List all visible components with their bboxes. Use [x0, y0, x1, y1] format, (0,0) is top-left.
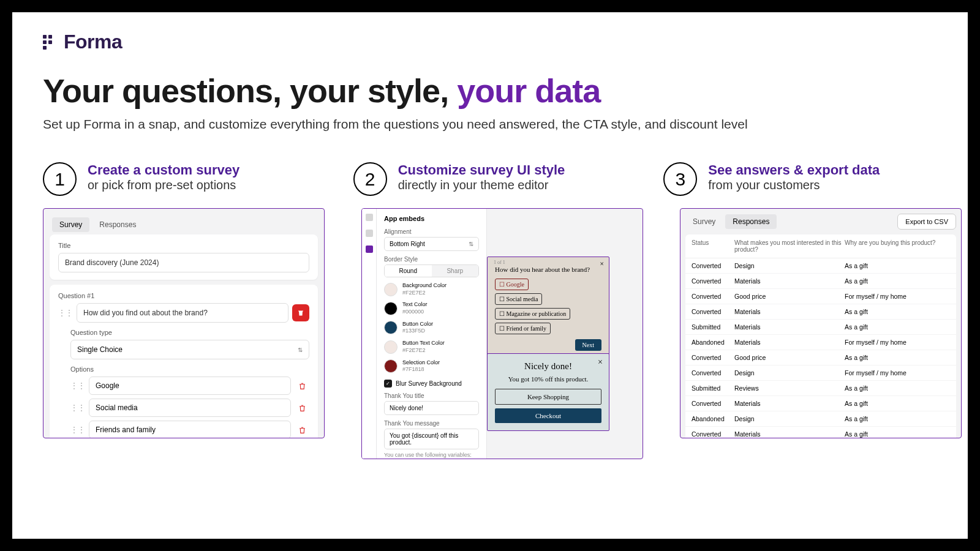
drag-handle-icon[interactable]: ⋮⋮ — [70, 425, 85, 434]
next-button[interactable]: Next — [575, 339, 601, 351]
close-icon[interactable]: × — [598, 358, 603, 367]
color-row[interactable]: Button Color#133F5D — [384, 321, 479, 335]
subheadline: Set up Forma in a snap, and customize ev… — [43, 117, 937, 132]
keep-shopping-button[interactable]: Keep Shopping — [495, 389, 601, 405]
cell-status: Converted — [692, 308, 734, 315]
color-swatch[interactable] — [384, 340, 398, 354]
alignment-select[interactable]: Bottom Right⇅ — [384, 237, 479, 251]
step-number: 2 — [353, 162, 387, 196]
border-sharp[interactable]: Sharp — [432, 265, 479, 277]
close-icon[interactable]: × — [600, 260, 604, 269]
headline: Your questions, your style, your data — [43, 72, 937, 110]
table-row: Converted Design For myself / my home — [685, 365, 956, 381]
embeds-heading: App embeds — [384, 215, 479, 222]
color-row[interactable]: Background Color#F2E7E2 — [384, 282, 479, 296]
drag-handle-icon[interactable]: ⋮⋮ — [70, 403, 85, 412]
responses-table: Status What makes you most interested in… — [685, 234, 956, 438]
delete-question-button[interactable] — [292, 304, 309, 321]
col-status: Status — [692, 239, 734, 253]
alignment-label: Alignment — [384, 228, 479, 235]
cell-answer1: Materials — [734, 323, 845, 331]
trash-icon — [298, 382, 306, 390]
table-row: Converted Materials As a gift — [685, 274, 956, 289]
delete-option-button[interactable] — [295, 422, 309, 437]
cell-answer1: Design — [734, 262, 845, 269]
tab-responses[interactable]: Responses — [725, 214, 777, 229]
color-name: Button Color — [402, 321, 433, 328]
color-row[interactable]: Selection Color#7F1818 — [384, 359, 479, 373]
table-row: Abandoned Design As a gift — [685, 411, 956, 427]
cell-status: Abandoned — [692, 339, 734, 346]
ty-msg-input[interactable]: You got {discount} off this product. — [384, 429, 479, 449]
color-hex: #F2E7E2 — [402, 347, 445, 354]
ty-help-text: You can use the following variables: {di… — [384, 452, 479, 459]
cell-status: Converted — [692, 277, 734, 285]
sidebar-icon-selected[interactable] — [366, 246, 373, 253]
cell-answer2: As a gift — [845, 277, 950, 285]
cell-answer1: Materials — [734, 308, 845, 315]
color-swatch[interactable] — [384, 302, 398, 315]
export-csv-button[interactable]: Export to CSV — [897, 214, 956, 230]
option-input[interactable]: Social media — [89, 399, 291, 417]
table-row: Submitted Materials As a gift — [685, 320, 956, 335]
preview-option[interactable]: ☐ Google — [495, 279, 529, 290]
color-hex: #F2E7E2 — [402, 290, 447, 297]
tab-responses[interactable]: Responses — [92, 217, 143, 232]
border-toggle[interactable]: Round Sharp — [384, 264, 479, 277]
color-row[interactable]: Button Text Color#F2E7E2 — [384, 340, 479, 354]
options-label: Options — [70, 365, 309, 373]
color-swatch[interactable] — [384, 359, 398, 373]
option-row: ⋮⋮ Friends and family — [70, 421, 309, 438]
cell-status: Converted — [692, 400, 734, 407]
step-2: 2 Customize survey UI style directly in … — [353, 162, 627, 196]
cell-answer1: Materials — [734, 339, 845, 346]
drag-handle-icon[interactable]: ⋮⋮ — [58, 309, 73, 317]
table-header: Status What makes you most interested in… — [685, 234, 956, 258]
step-number: 1 — [43, 162, 77, 196]
color-row[interactable]: Text Color#000000 — [384, 301, 479, 315]
survey-preview-popup: 1 of 1 × How did you hear about the bran… — [487, 257, 609, 358]
color-swatch[interactable] — [384, 321, 398, 334]
ty-msg-label: Thank You message — [384, 420, 479, 427]
color-swatch[interactable] — [384, 283, 398, 296]
color-hex: #7F1818 — [402, 366, 440, 373]
tab-survey[interactable]: Survey — [685, 214, 723, 229]
checkout-button[interactable]: Checkout — [495, 408, 601, 423]
theme-sidebar — [362, 209, 377, 459]
cell-status: Converted — [692, 369, 734, 377]
preview-option[interactable]: ☐ Friend or family — [495, 323, 551, 334]
title-label: Title — [58, 242, 309, 249]
trash-icon — [298, 426, 306, 434]
question-input[interactable]: How did you find out about the brand? — [77, 303, 288, 323]
cell-answer1: Materials — [734, 430, 845, 438]
tabs: Survey Responses — [50, 215, 318, 234]
step-number: 3 — [663, 162, 697, 196]
delete-option-button[interactable] — [295, 378, 309, 393]
blur-checkbox[interactable]: ✓ — [384, 380, 392, 388]
qtype-select[interactable]: Single Choice ⇅ — [70, 340, 309, 359]
color-name: Selection Color — [402, 359, 440, 367]
table-row: Converted Materials As a gift — [685, 427, 956, 438]
option-input[interactable]: Google — [89, 377, 291, 395]
cell-status: Converted — [692, 430, 734, 438]
cell-answer2: As a gift — [845, 400, 950, 407]
table-row: Converted Design As a gift — [685, 258, 956, 274]
progress-tag: 1 of 1 — [494, 260, 505, 265]
cell-answer1: Design — [734, 369, 845, 377]
title-input[interactable]: Brand discovery (June 2024) — [58, 253, 309, 272]
option-input[interactable]: Friends and family — [89, 421, 291, 438]
preview-option[interactable]: ☐ Magazine or publication — [495, 308, 570, 320]
sidebar-icon[interactable] — [366, 230, 373, 237]
blur-label: Blur Survey Background — [396, 380, 462, 387]
drag-handle-icon[interactable]: ⋮⋮ — [70, 381, 85, 390]
preview-option[interactable]: ☐ Social media — [495, 293, 542, 305]
chevron-icon: ⇅ — [298, 347, 303, 353]
sidebar-icon[interactable] — [366, 214, 373, 221]
delete-option-button[interactable] — [295, 400, 309, 415]
table-row: Converted Materials As a gift — [685, 396, 956, 411]
preview-question: How did you hear about the brand? — [495, 266, 601, 273]
responses-panel: Survey Responses Export to CSV Status Wh… — [680, 208, 962, 438]
border-round[interactable]: Round — [385, 265, 432, 277]
ty-title-input[interactable]: Nicely done! — [384, 401, 479, 415]
tab-survey[interactable]: Survey — [52, 217, 89, 232]
